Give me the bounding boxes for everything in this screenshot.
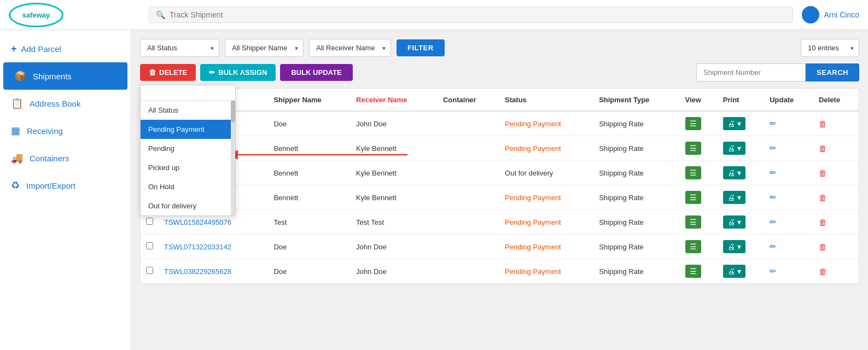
receiver-select[interactable]: All Receiver Name xyxy=(309,39,391,57)
add-parcel-label: Add Parcel xyxy=(21,44,61,54)
view-cell: ☰ xyxy=(680,136,718,161)
table-row: TSWL038229265628 Doe John Doe Pending Pa… xyxy=(141,259,859,284)
row-checkbox-cell xyxy=(141,235,159,259)
print-button[interactable]: 🖨 ▾ xyxy=(723,142,745,155)
edit-button[interactable]: ✏ xyxy=(770,192,777,202)
row-checkbox[interactable] xyxy=(146,218,153,225)
row-checkbox[interactable] xyxy=(146,267,153,274)
dropdown-item-on-hold[interactable]: On Hold xyxy=(141,177,231,196)
user-menu[interactable]: 👤 Arni Cinco xyxy=(802,6,859,24)
sidebar-item-shipments[interactable]: 📦 Shipments xyxy=(3,62,127,90)
table-header-row: Number Shipper Name Receiver Name Contai… xyxy=(141,89,859,111)
bulk-assign-button[interactable]: ✏ BULK ASSIGN xyxy=(200,64,276,81)
dropdown-item-pending-payment[interactable]: Pending Payment xyxy=(141,120,231,139)
entries-select[interactable]: 10 entries 25 entries 50 entries 100 ent… xyxy=(801,39,859,57)
print-button[interactable]: 🖨 ▾ xyxy=(723,117,745,130)
print-button[interactable]: 🖨 ▾ xyxy=(723,215,745,229)
search-button[interactable]: SEARCH xyxy=(806,63,859,81)
sidebar: + Add Parcel 📦 Shipments 📋 Address Book … xyxy=(0,30,131,350)
edit-button[interactable]: ✏ xyxy=(770,266,777,276)
dropdown-item-pending[interactable]: Pending xyxy=(141,139,231,158)
edit-button[interactable]: ✏ xyxy=(770,143,777,153)
status-cell: Pending Payment xyxy=(499,185,593,210)
view-button[interactable]: ☰ xyxy=(685,166,701,179)
shipment-number-link[interactable]: TSWL038229265628 xyxy=(164,267,231,276)
delete-row-button[interactable]: 🗑 xyxy=(819,144,827,153)
print-button[interactable]: 🖨 ▾ xyxy=(723,191,745,204)
add-parcel-button[interactable]: + Add Parcel xyxy=(0,36,131,62)
update-cell: ✏ xyxy=(764,210,813,235)
print-button[interactable]: 🖨 ▾ xyxy=(723,240,745,253)
view-cell: ☰ xyxy=(680,210,718,235)
shipment-number-input[interactable] xyxy=(696,63,806,81)
status-select[interactable]: All Status Pending Payment Pending Picke… xyxy=(140,39,219,57)
receiver-name-cell: John Doe xyxy=(351,235,438,259)
dropdown-item-all-status[interactable]: All Status xyxy=(141,101,231,120)
table-row: TSWL083982390473 Bennett Kyle Bennett Pe… xyxy=(141,185,859,210)
dropdown-search-input[interactable] xyxy=(141,85,235,101)
sidebar-item-import-export[interactable]: ♻ Import/Export xyxy=(0,172,131,199)
table-row: TSWL015824495076 Test Test Test Pending … xyxy=(141,210,859,235)
delete-row-button[interactable]: 🗑 xyxy=(819,242,827,252)
shipment-type-cell: Shipping Rate xyxy=(593,111,679,136)
delete-row-button[interactable]: 🗑 xyxy=(819,218,827,227)
print-cell: 🖨 ▾ xyxy=(718,185,764,210)
print-cell: 🖨 ▾ xyxy=(718,210,764,235)
bulk-update-button[interactable]: BULK UPDATE xyxy=(280,64,352,81)
sidebar-item-address-book[interactable]: 📋 Address Book xyxy=(0,90,131,117)
track-shipment-search[interactable]: 🔍 xyxy=(149,7,793,23)
view-button[interactable]: ☰ xyxy=(685,240,701,253)
containers-icon: 🚚 xyxy=(11,152,23,164)
delete-row-button[interactable]: 🗑 xyxy=(819,119,827,129)
assign-icon: ✏ xyxy=(209,68,215,77)
view-button[interactable]: ☰ xyxy=(685,191,701,204)
dropdown-item-picked-up[interactable]: Picked up xyxy=(141,158,231,177)
logo-area: safeway xyxy=(9,3,140,27)
sidebar-item-containers[interactable]: 🚚 Containers xyxy=(0,144,131,172)
delete-cell: 🗑 xyxy=(813,161,859,185)
edit-button[interactable]: ✏ xyxy=(770,217,777,227)
entries-select-wrapper: 10 entries 25 entries 50 entries 100 ent… xyxy=(801,39,859,57)
shipper-name-cell: Bennett xyxy=(268,185,351,210)
view-button[interactable]: ☰ xyxy=(685,117,701,130)
edit-button[interactable]: ✏ xyxy=(770,119,777,129)
shipment-number-cell: TSWL071322033142 xyxy=(159,235,268,259)
shipper-select-wrapper: All Shipper Name xyxy=(225,39,304,57)
shipments-icon: 📦 xyxy=(14,70,26,82)
header-receiver: Receiver Name xyxy=(351,89,438,111)
view-button[interactable]: ☰ xyxy=(685,142,701,155)
view-button[interactable]: ☰ xyxy=(685,265,701,278)
filter-button[interactable]: FILTER xyxy=(397,39,445,56)
header-status: Status xyxy=(499,89,593,111)
table-row: 9780021 Bennett Kyle Bennett Pending Pay… xyxy=(141,136,859,161)
logo: safeway xyxy=(9,3,63,27)
delete-row-button[interactable]: 🗑 xyxy=(819,193,827,202)
status-cell: Pending Payment xyxy=(499,235,593,259)
row-checkbox-cell xyxy=(141,259,159,284)
update-cell: ✏ xyxy=(764,111,813,136)
row-checkbox[interactable] xyxy=(146,242,153,249)
container-cell xyxy=(438,210,499,235)
shipper-name-cell: Doe xyxy=(268,259,351,284)
view-button[interactable]: ☰ xyxy=(685,215,701,229)
shipment-type-cell: Shipping Rate xyxy=(593,136,679,161)
edit-button[interactable]: ✏ xyxy=(770,242,777,252)
main-layout: + Add Parcel 📦 Shipments 📋 Address Book … xyxy=(0,30,868,350)
dropdown-item-out-for-delivery[interactable]: Out for delivery xyxy=(141,196,231,215)
print-button[interactable]: 🖨 ▾ xyxy=(723,166,745,179)
delete-row-button[interactable]: 🗑 xyxy=(819,267,827,276)
print-button[interactable]: 🖨 ▾ xyxy=(723,265,745,278)
shipment-number-link[interactable]: TSWL071322033142 xyxy=(164,243,231,251)
print-cell: 🖨 ▾ xyxy=(718,259,764,284)
delete-button[interactable]: 🗑 DELETE xyxy=(140,64,196,81)
table-row: 1925555 Doe John Doe Pending Payment Shi… xyxy=(141,111,859,136)
shipment-number-link[interactable]: TSWL015824495076 xyxy=(164,218,231,226)
topbar: safeway 🔍 👤 Arni Cinco xyxy=(0,0,868,30)
track-shipment-input[interactable] xyxy=(170,10,786,19)
sidebar-item-receiving[interactable]: ▦ Receiving xyxy=(0,117,131,144)
receiver-select-wrapper: All Receiver Name xyxy=(309,39,391,57)
container-cell xyxy=(438,111,499,136)
delete-row-button[interactable]: 🗑 xyxy=(819,168,827,178)
edit-button[interactable]: ✏ xyxy=(770,168,777,178)
shipper-select[interactable]: All Shipper Name xyxy=(225,39,304,57)
